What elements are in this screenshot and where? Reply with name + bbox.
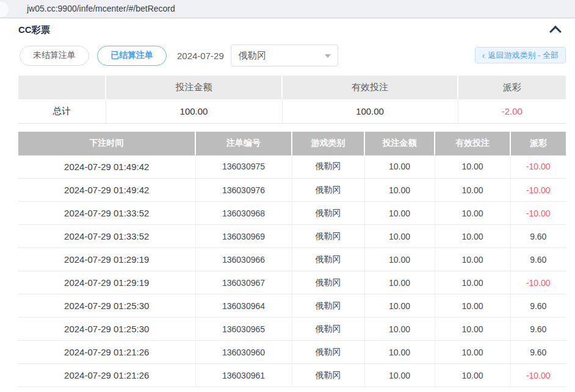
bet-record-row: 2024-07-29 01:21:26136030960俄勒冈10.0010.0…: [18, 341, 566, 364]
cell: 俄勒冈: [292, 294, 364, 318]
cell: 136030965: [195, 318, 292, 341]
tab-settled-bets[interactable]: 已结算注单: [97, 46, 167, 66]
cell: 10.00: [364, 294, 435, 318]
column-header: 投注金额: [364, 132, 435, 155]
cell: 俄勒冈: [292, 225, 364, 248]
back-button-label: 返回游戏类别 - 全部: [488, 50, 559, 61]
cell: 2024-07-29 01:21:26: [18, 341, 195, 364]
cell: 10.00: [435, 248, 510, 271]
cell: 2024-07-29 01:49:42: [18, 179, 195, 202]
back-to-game-category-button[interactable]: ‹ 返回游戏类别 - 全部: [475, 47, 566, 63]
cell: 2024-07-29 01:21:26: [18, 364, 195, 387]
browser-nav-icon: [0, 2, 9, 17]
cell: 9.60: [510, 294, 566, 318]
game-category-select[interactable]: 俄勒冈: [231, 45, 338, 66]
cell: 10.00: [435, 294, 510, 318]
cell: 10.00: [435, 179, 510, 202]
cell: 136030969: [195, 225, 292, 248]
date-value[interactable]: 2024-07-29: [177, 51, 224, 61]
cell: 10.00: [435, 364, 510, 387]
column-header: 有效投注: [282, 76, 458, 99]
bet-table-header-row: 下注时间注单编号游戏类别投注金额有效投注派彩: [18, 132, 566, 155]
cell: 10.00: [364, 202, 435, 225]
panel-header: CC彩票: [0, 18, 575, 44]
cell: 10.00: [435, 155, 510, 179]
bet-record-page: jw05.cc:9900/infe/mcenter/#/betRecord CC…: [0, 0, 575, 392]
cell: 136030961: [195, 364, 292, 387]
cell: 10.00: [364, 341, 435, 364]
cell: 9.60: [510, 225, 566, 248]
cell: 2024-07-29 01:29:19: [18, 271, 195, 294]
cell: 10.00: [364, 248, 435, 271]
summary-payout: -2.00: [458, 99, 566, 123]
cell: 10.00: [364, 271, 435, 294]
cell: 136030976: [195, 179, 292, 202]
cell: 9.60: [510, 248, 566, 271]
bet-record-row: 2024-07-29 01:21:26136030961俄勒冈10.0010.0…: [18, 364, 566, 387]
cell: 9.60: [510, 341, 566, 364]
chevron-left-icon: ‹: [482, 51, 485, 60]
cell: -10.00: [510, 202, 566, 225]
cell: 2024-07-29 01:49:42: [18, 155, 195, 179]
cell: 10.00: [435, 341, 510, 364]
cell: 136030966: [195, 248, 292, 271]
column-header: 派彩: [510, 132, 566, 155]
column-header: 投注金额: [106, 76, 282, 99]
cell: 136030964: [195, 294, 292, 318]
bet-record-row: 2024-07-29 01:25:30136030965俄勒冈10.0010.0…: [18, 318, 566, 341]
cell: 10.00: [435, 202, 510, 225]
cell: -10.00: [510, 179, 566, 202]
cell: 俄勒冈: [292, 271, 364, 294]
cell: 2024-07-29 01:25:30: [18, 318, 195, 341]
cell: 10.00: [364, 179, 435, 202]
cell: 俄勒冈: [292, 318, 364, 341]
summary-table: 投注金额有效投注派彩 总计 100.00 100.00 -2.00: [18, 76, 566, 124]
tab-unsettled-bets[interactable]: 未结算注单: [20, 46, 89, 66]
cell: 2024-07-29 01:33:52: [18, 202, 195, 225]
caret-down-icon: [325, 54, 331, 58]
cell: 俄勒冈: [292, 248, 364, 271]
bet-record-row: 2024-07-29 01:29:19136030967俄勒冈10.0010.0…: [18, 271, 566, 294]
bet-record-row: 2024-07-29 01:29:19136030966俄勒冈10.0010.0…: [18, 248, 566, 271]
cell: 136030975: [195, 155, 292, 179]
column-header: [18, 76, 106, 99]
bet-table-body: 2024-07-29 01:49:42136030975俄勒冈10.0010.0…: [18, 155, 566, 387]
cell: 俄勒冈: [292, 179, 364, 202]
summary-header-row: 投注金额有效投注派彩: [18, 76, 566, 99]
filter-controls: 未结算注单 已结算注单 2024-07-29 俄勒冈 ‹ 返回游戏类别 - 全部: [0, 44, 575, 67]
cell: 9.60: [510, 318, 566, 341]
page-title: CC彩票: [18, 24, 50, 36]
cell: 10.00: [364, 155, 435, 179]
game-select-value: 俄勒冈: [239, 50, 266, 62]
browser-address-bar[interactable]: jw05.cc:9900/infe/mcenter/#/betRecord: [0, 0, 575, 18]
cell: -10.00: [510, 364, 566, 387]
column-header: 下注时间: [18, 132, 195, 155]
chevron-up-icon[interactable]: [549, 26, 562, 38]
summary-bet-amount: 100.00: [106, 99, 282, 123]
summary-valid-bet: 100.00: [282, 99, 458, 123]
cell: 136030968: [195, 202, 292, 225]
bet-record-row: 2024-07-29 01:25:30136030964俄勒冈10.0010.0…: [18, 294, 566, 318]
cell: 2024-07-29 01:33:52: [18, 225, 195, 248]
cell: 10.00: [435, 271, 510, 294]
bet-record-row: 2024-07-29 01:33:52136030969俄勒冈10.0010.0…: [18, 225, 566, 248]
bet-record-row: 2024-07-29 01:33:52136030968俄勒冈10.0010.0…: [18, 202, 566, 225]
cell: 俄勒冈: [292, 364, 364, 387]
cell: -10.00: [510, 155, 566, 179]
cell: 10.00: [435, 318, 510, 341]
cell: 10.00: [364, 225, 435, 248]
cell: 136030967: [195, 271, 292, 294]
summary-total-label: 总计: [18, 99, 106, 123]
cell: 10.00: [364, 318, 435, 341]
cell: 10.00: [435, 225, 510, 248]
cell: 136030960: [195, 341, 292, 364]
cell: -10.00: [510, 271, 566, 294]
summary-total-row: 总计 100.00 100.00 -2.00: [18, 99, 566, 123]
cell: 俄勒冈: [292, 341, 364, 364]
column-header: 游戏类别: [292, 132, 364, 155]
cell: 10.00: [364, 364, 435, 387]
cell: 2024-07-29 01:25:30: [18, 294, 195, 318]
cell: 俄勒冈: [292, 155, 364, 179]
column-header: 有效投注: [435, 132, 510, 155]
bet-record-row: 2024-07-29 01:49:42136030976俄勒冈10.0010.0…: [18, 179, 566, 202]
